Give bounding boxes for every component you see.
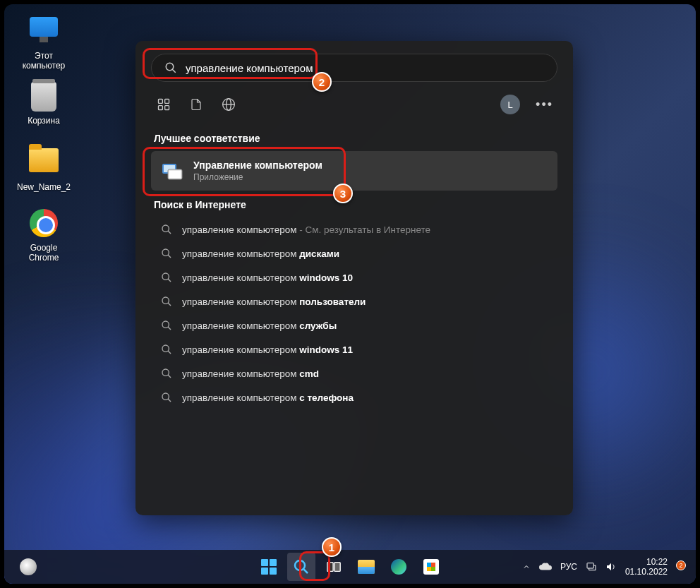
file-explorer-button[interactable] [352, 553, 380, 581]
filter-web-icon[interactable] [220, 96, 237, 113]
onedrive-icon[interactable] [539, 563, 552, 571]
search-icon [161, 296, 172, 307]
task-view-button[interactable] [320, 553, 348, 581]
weather-icon [20, 558, 37, 575]
best-match-subtitle: Приложение [193, 172, 322, 182]
desktop-icon-folder[interactable]: New_Name_2 [17, 145, 71, 192]
filter-row: L ••• [151, 95, 557, 124]
svg-line-22 [168, 327, 171, 330]
icon-label: New_Name_2 [17, 182, 71, 192]
desktop-icon-recycle-bin[interactable]: Корзина [17, 82, 71, 126]
svg-point-0 [166, 63, 174, 71]
search-icon [164, 61, 177, 74]
taskbar: РУС 10:22 01.10.2022 2 [4, 550, 696, 584]
folder-icon [29, 148, 59, 172]
icon-label: Корзина [17, 116, 71, 126]
desktop: Этот компьютер Корзина New_Name_2 Google… [4, 4, 696, 584]
web-result-text: управление компьютером пользователи [182, 296, 366, 307]
svg-point-25 [162, 369, 169, 376]
store-button[interactable] [417, 553, 445, 581]
web-result-text: управление компьютером с телефона [182, 392, 354, 403]
web-search-header: Поиск в Интернете [154, 199, 557, 210]
svg-point-13 [162, 225, 169, 232]
web-results-list: управление компьютером - См. результаты … [151, 217, 557, 409]
svg-line-20 [168, 303, 171, 306]
best-match-header: Лучшее соответствие [154, 133, 557, 144]
svg-line-24 [168, 351, 171, 354]
svg-line-30 [304, 570, 308, 574]
svg-line-1 [172, 69, 176, 73]
web-result-item[interactable]: управление компьютером windows 10 [151, 265, 557, 289]
svg-point-27 [162, 393, 169, 400]
svg-line-28 [168, 399, 171, 402]
svg-rect-3 [165, 100, 169, 104]
svg-point-21 [162, 321, 169, 328]
more-button[interactable]: ••• [536, 97, 553, 112]
best-match-item[interactable]: Управление компьютером Приложение [151, 151, 557, 191]
svg-point-15 [162, 249, 169, 256]
language-indicator[interactable]: РУС [560, 562, 577, 572]
folder-icon [358, 560, 375, 574]
search-icon [161, 320, 172, 331]
volume-icon[interactable] [605, 561, 617, 572]
filter-apps-icon[interactable] [155, 96, 172, 113]
search-input[interactable] [186, 62, 544, 74]
desktop-icon-this-pc[interactable]: Этот компьютер [17, 17, 71, 71]
trash-icon [31, 82, 56, 112]
svg-point-29 [295, 560, 305, 570]
start-button[interactable] [255, 553, 283, 581]
search-icon [161, 392, 172, 403]
search-icon [293, 558, 310, 575]
search-button[interactable] [287, 553, 315, 581]
user-avatar[interactable]: L [500, 95, 520, 114]
svg-line-14 [168, 231, 171, 234]
svg-rect-32 [334, 563, 340, 572]
tray-chevron[interactable] [522, 563, 531, 571]
best-match-title: Управление компьютером [193, 160, 322, 171]
svg-rect-2 [159, 100, 163, 104]
web-result-text: управление компьютером windows 11 [182, 344, 353, 355]
web-result-item[interactable]: управление компьютером - См. результаты … [151, 217, 557, 241]
web-result-item[interactable]: управление компьютером дисками [151, 241, 557, 265]
search-icon [161, 248, 172, 259]
web-result-item[interactable]: управление компьютером windows 11 [151, 337, 557, 361]
web-result-text: управление компьютером cmd [182, 368, 319, 379]
svg-rect-31 [327, 563, 333, 572]
store-icon [423, 559, 439, 575]
network-icon[interactable] [586, 561, 597, 572]
svg-point-19 [162, 297, 169, 304]
web-result-text: управление компьютером дисками [182, 248, 339, 259]
monitor-icon [30, 17, 58, 37]
search-panel: L ••• Лучшее соответствие Управление ком… [135, 41, 573, 515]
filter-documents-icon[interactable] [188, 96, 205, 113]
search-icon [161, 344, 172, 355]
web-result-text: управление компьютером - См. результаты … [182, 224, 430, 235]
svg-line-18 [168, 279, 171, 282]
edge-button[interactable] [385, 553, 413, 581]
notification-badge[interactable]: 2 [676, 560, 686, 570]
widgets-button[interactable] [14, 553, 42, 581]
desktop-icon-chrome[interactable]: Google Chrome [17, 209, 71, 263]
search-box[interactable] [151, 54, 557, 82]
svg-rect-33 [587, 563, 593, 568]
svg-point-17 [162, 273, 169, 280]
web-result-text: управление компьютером windows 10 [182, 272, 353, 283]
task-view-icon [326, 559, 342, 575]
web-result-item[interactable]: управление компьютером пользователи [151, 289, 557, 313]
svg-rect-4 [159, 106, 163, 110]
svg-point-23 [162, 345, 169, 352]
clock[interactable]: 10:22 01.10.2022 [625, 557, 668, 577]
web-result-item[interactable]: управление компьютером cmd [151, 361, 557, 385]
svg-rect-5 [165, 106, 169, 110]
windows-icon [261, 559, 277, 575]
edge-icon [391, 559, 406, 575]
web-result-item[interactable]: управление компьютером с телефона [151, 385, 557, 409]
web-result-item[interactable]: управление компьютером службы [151, 313, 557, 337]
svg-line-26 [168, 375, 171, 378]
svg-line-16 [168, 255, 171, 258]
date: 01.10.2022 [625, 567, 668, 577]
web-result-text: управление компьютером службы [182, 320, 337, 331]
search-icon [161, 368, 172, 379]
icon-label: Google Chrome [17, 243, 71, 263]
search-icon [161, 224, 172, 235]
